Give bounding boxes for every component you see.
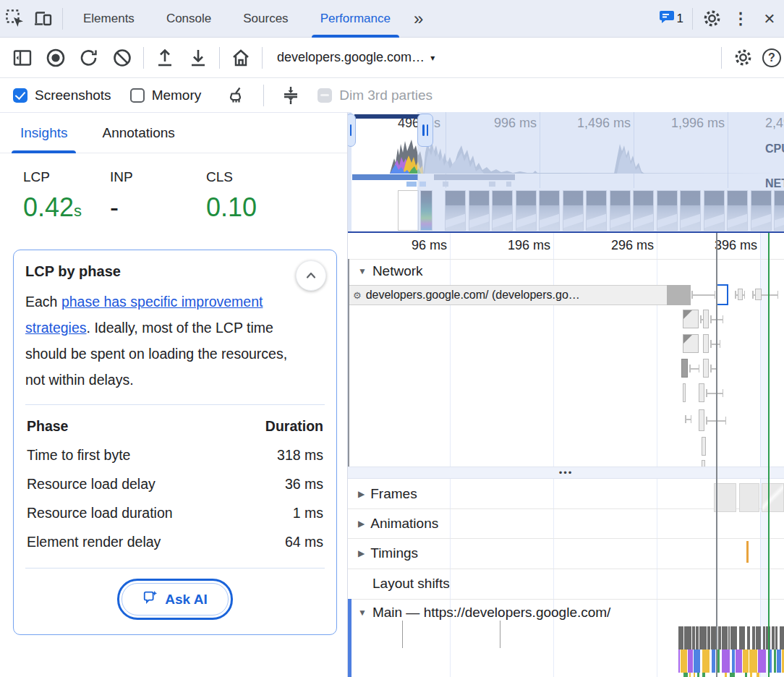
tab-insights[interactable]: Insights (12, 113, 76, 153)
network-track-header[interactable]: ▼ Network (358, 263, 423, 279)
clear-icon[interactable] (106, 42, 139, 74)
help-icon[interactable]: ? (759, 42, 784, 74)
main-track-header[interactable]: ▼ Main — https://developers.google.com/ (358, 605, 610, 621)
dim-3rd-parties-checkbox[interactable] (318, 88, 332, 103)
toggle-sidebar-icon[interactable] (6, 42, 39, 74)
main-task-bar (780, 626, 784, 650)
tabbar-right-controls: 1 ⋮ ✕ (659, 4, 784, 33)
screenshot-thumbnail[interactable] (563, 190, 584, 231)
net-activity-chip (489, 182, 495, 187)
layout-shifts-track-header[interactable]: Layout shifts (372, 576, 450, 592)
home-icon[interactable] (224, 42, 257, 74)
screenshot-thumbnail[interactable] (420, 190, 433, 231)
screenshot-thumbnail[interactable] (774, 190, 784, 231)
collapse-card-button[interactable] (296, 260, 326, 291)
screenshot-thumbnail[interactable] (727, 190, 748, 231)
screenshot-thumbnail[interactable] (610, 190, 631, 231)
main-activity-bar (712, 650, 716, 673)
timings-track-header[interactable]: ▶ Timings (358, 545, 418, 561)
selected-range-bar (354, 114, 422, 119)
tab-annotations[interactable]: Annotations (93, 113, 183, 153)
screenshots-label[interactable]: Screenshots (35, 88, 111, 103)
ask-ai-button[interactable]: Ask AI (117, 579, 232, 620)
record-icon[interactable] (39, 42, 72, 74)
close-devtools-icon[interactable]: ✕ (755, 4, 784, 33)
screenshot-thumbnail[interactable] (469, 190, 490, 231)
metric-inp[interactable]: INP - (110, 169, 206, 223)
frame-thumbnail[interactable] (714, 483, 736, 512)
table-header-row: Phase Duration (25, 412, 325, 440)
memory-label[interactable]: Memory (152, 88, 202, 103)
history-dropdown-label: developers.google.com… (277, 50, 425, 65)
screenshot-thumbnail[interactable] (680, 190, 701, 231)
expand-triangle-icon: ▶ (358, 519, 365, 529)
network-request-bar (755, 289, 762, 300)
download-profile-icon[interactable] (182, 42, 215, 74)
timeline-overview[interactable]: 496 ms996 ms1,496 ms1,996 ms2,496 ms (348, 112, 784, 233)
net-activity-bar (434, 174, 515, 180)
history-dropdown[interactable]: developers.google.com… ▾ (267, 50, 445, 65)
tab-elements[interactable]: Elements (67, 0, 150, 38)
issues-bubble-icon (659, 10, 675, 27)
main-activity-bar (681, 650, 687, 673)
timeline-details[interactable]: 96 ms196 ms296 ms396 ms ▼ Network ⚙ deve… (348, 233, 784, 677)
frames-track-header[interactable]: ▶ Frames (358, 486, 417, 502)
track-resize-handle[interactable]: ••• (348, 467, 784, 479)
settings-gear-icon[interactable] (697, 4, 726, 33)
frame-thumbnail[interactable] (762, 483, 784, 512)
capture-settings-gear-icon[interactable] (726, 42, 759, 74)
upload-profile-icon[interactable] (148, 42, 182, 74)
main-task-bar (739, 626, 744, 650)
frame-thumbnail[interactable] (739, 483, 759, 512)
screenshot-thumbnail[interactable] (751, 190, 772, 231)
more-tabs-icon[interactable]: » (406, 9, 429, 29)
main-activity-bar (678, 650, 680, 673)
network-request-bar (699, 383, 704, 402)
memory-checkbox[interactable] (130, 88, 145, 103)
main-track-edge (348, 599, 351, 677)
screenshot-thumbnail[interactable] (492, 190, 513, 231)
device-toolbar-icon[interactable] (29, 4, 58, 33)
timing-marker[interactable] (746, 541, 749, 563)
toolbar2-right: ? (717, 42, 784, 74)
divider (219, 47, 220, 69)
main-activity-bar (774, 650, 776, 673)
request-gear-icon: ⚙ (353, 290, 362, 301)
table-row: Resource load delay36 ms (25, 469, 325, 498)
performance-content: Insights Annotations LCP 0.42s INP - CLS… (0, 112, 784, 677)
collapse-tracks-icon[interactable] (274, 80, 307, 111)
network-request-main-document[interactable]: ⚙ developers.google.com/ (developers.go… (348, 285, 691, 305)
issues-counter[interactable]: 1 (659, 10, 683, 27)
screenshot-thumbnail[interactable] (516, 190, 537, 231)
range-handle-left[interactable] (348, 114, 356, 147)
animations-track-header[interactable]: ▶ Animations (358, 516, 438, 532)
main-activity-bar (683, 673, 687, 677)
tab-console[interactable]: Console (150, 0, 227, 38)
screenshot-thumbnail[interactable] (657, 190, 678, 231)
selected-network-request[interactable] (716, 284, 728, 305)
divider (143, 47, 144, 69)
metric-cls[interactable]: CLS 0.10 (206, 169, 293, 223)
screenshot-thumbnail[interactable] (445, 190, 466, 231)
screenshot-thumbnail[interactable] (633, 190, 654, 231)
screenshot-filmstrip (348, 190, 784, 231)
screenshot-thumbnail[interactable] (539, 190, 560, 231)
tab-performance[interactable]: Performance (304, 0, 406, 38)
screenshot-thumbnail[interactable] (704, 190, 725, 231)
divider (262, 47, 263, 69)
net-activity-chip (419, 182, 426, 187)
main-activity-bar (757, 673, 760, 677)
screenshots-checkbox[interactable] (13, 88, 27, 103)
network-request-bar (738, 289, 743, 300)
garbage-collect-icon[interactable] (220, 80, 253, 111)
inspect-element-icon[interactable] (0, 4, 29, 33)
screenshot-thumbnail-blank[interactable] (398, 190, 419, 231)
range-handle-right[interactable] (417, 114, 433, 147)
main-task-bar (775, 626, 777, 650)
screenshot-thumbnail[interactable] (586, 190, 607, 231)
tab-sources[interactable]: Sources (227, 0, 304, 38)
dim-3rd-parties-label: Dim 3rd parties (339, 88, 433, 103)
kebab-menu-icon[interactable]: ⋮ (726, 4, 755, 33)
metric-lcp[interactable]: LCP 0.42s (23, 169, 110, 223)
record-and-reload-icon[interactable] (72, 42, 106, 74)
